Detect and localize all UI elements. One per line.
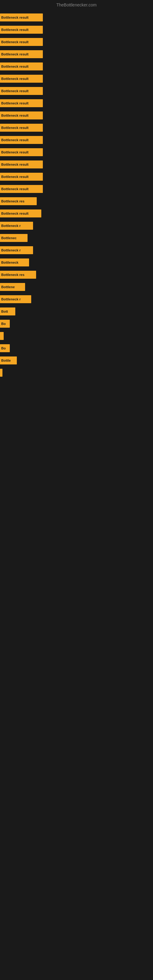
bar-row: Bottleneck result: [0, 134, 153, 146]
bar-label: Bottlenec: [1, 236, 16, 240]
bottleneck-bar: Bottleneck result: [0, 99, 43, 107]
bar-row: Bottleneck: [0, 257, 153, 268]
site-title: TheBottlenecker.com: [56, 2, 97, 7]
bottleneck-bar: Bottleneck result: [0, 161, 43, 169]
bar-row: Bottleneck r: [0, 220, 153, 232]
bar-label: Bottleneck result: [1, 212, 29, 215]
bottleneck-bar: Bo: [0, 344, 10, 352]
bottleneck-bar: Bottlene: [0, 283, 25, 291]
bar-row: Bottleneck res: [0, 269, 153, 280]
bar-row: Bottleneck result: [0, 122, 153, 134]
bar-row: Bottle: [0, 355, 153, 366]
bottleneck-bar: Bo: [0, 320, 10, 328]
bar-row: Bottleneck result: [0, 183, 153, 195]
bar-label: Bottleneck result: [1, 175, 29, 178]
bar-row: Bottleneck result: [0, 110, 153, 121]
bottleneck-bar: [0, 332, 4, 340]
bar-label: Bo: [1, 322, 6, 326]
bottleneck-bar: Bottle: [0, 356, 17, 364]
bar-row: Bottlene: [0, 281, 153, 293]
bar-row: Bottlenec: [0, 232, 153, 244]
bar-row: Bottleneck result: [0, 36, 153, 48]
bottleneck-bar: Bottleneck result: [0, 111, 43, 119]
bar-label: Bottleneck result: [1, 16, 29, 19]
bottleneck-bar: Bottleneck result: [0, 173, 43, 181]
bottleneck-bar: Bottleneck r: [0, 222, 33, 230]
bottleneck-bar: Bott: [0, 307, 15, 315]
bar-label: Bottleneck result: [1, 77, 29, 81]
bottleneck-bar: Bottleneck result: [0, 13, 43, 21]
bar-label: Bottleneck result: [1, 52, 29, 56]
header: TheBottlenecker.com: [0, 0, 153, 9]
bottleneck-bar: [0, 369, 2, 377]
bar-label: Bottleneck result: [1, 126, 29, 130]
bottleneck-bar: Bottleneck result: [0, 136, 43, 144]
bar-row: Bottleneck r: [0, 293, 153, 305]
bar-row: Bottleneck result: [0, 48, 153, 60]
bar-row: Bottleneck res: [0, 196, 153, 207]
bar-row: [0, 367, 153, 379]
bar-row: Bottleneck r: [0, 244, 153, 256]
bar-label: Bottleneck res: [1, 199, 24, 203]
bar-row: Bottleneck result: [0, 208, 153, 219]
bar-label: Bottleneck result: [1, 101, 29, 105]
bar-row: Bottleneck result: [0, 97, 153, 109]
bar-label: Bottleneck result: [1, 138, 29, 142]
bottleneck-bar: Bottleneck result: [0, 75, 43, 83]
bar-row: Bo: [0, 318, 153, 329]
bar-label: Bottleneck result: [1, 150, 29, 154]
bar-row: [0, 330, 153, 342]
bar-label: Bottleneck result: [1, 187, 29, 191]
bar-label: Bottleneck result: [1, 28, 29, 32]
bar-label: Bott: [1, 310, 8, 313]
bar-label: Bo: [1, 346, 6, 350]
bar-label: Bottleneck result: [1, 65, 29, 68]
bar-label: Bottleneck: [1, 261, 18, 264]
bottleneck-bar: Bottleneck r: [0, 295, 31, 303]
bar-row: Bottleneck result: [0, 73, 153, 84]
bottleneck-bar: Bottleneck result: [0, 124, 43, 132]
bar-row: Bo: [0, 342, 153, 354]
bar-label: Bottleneck result: [1, 114, 29, 117]
bottleneck-bar: Bottleneck result: [0, 210, 41, 218]
bottleneck-bar: Bottleneck r: [0, 246, 33, 254]
bar-label: Bottleneck r: [1, 224, 21, 228]
bar-row: Bottleneck result: [0, 24, 153, 35]
bar-row: Bottleneck result: [0, 60, 153, 72]
bar-label: Bottleneck r: [1, 248, 21, 252]
bar-label: Bottlene: [1, 285, 15, 289]
bottleneck-bar: Bottleneck res: [0, 271, 36, 279]
bottleneck-bar: Bottleneck result: [0, 26, 43, 34]
bottleneck-bar: Bottlenec: [0, 234, 27, 242]
bottleneck-bar: Bottleneck res: [0, 197, 37, 205]
bottleneck-bar: Bottleneck result: [0, 185, 43, 193]
bar-row: Bottleneck result: [0, 146, 153, 158]
bar-label: Bottleneck result: [1, 89, 29, 93]
bar-label: Bottleneck result: [1, 40, 29, 44]
bottleneck-bar: Bottleneck result: [0, 148, 43, 156]
bottleneck-bar: Bottleneck result: [0, 87, 43, 95]
bar-label: Bottleneck result: [1, 162, 29, 166]
bottleneck-bar: Bottleneck result: [0, 62, 43, 70]
bar-label: Bottleneck r: [1, 298, 21, 301]
bar-row: Bottleneck result: [0, 12, 153, 23]
bar-label: Bottleneck res: [1, 273, 24, 277]
bottleneck-bar: Bottleneck result: [0, 38, 43, 46]
bottleneck-bar: Bottleneck: [0, 258, 29, 266]
bar-row: Bottleneck result: [0, 85, 153, 97]
bar-label: Bottle: [1, 359, 11, 362]
bottleneck-bar: Bottleneck result: [0, 50, 43, 58]
bar-row: Bottleneck result: [0, 159, 153, 170]
bar-row: Bott: [0, 305, 153, 317]
bars-container: Bottleneck resultBottleneck resultBottle…: [0, 9, 153, 382]
bar-row: Bottleneck result: [0, 171, 153, 183]
